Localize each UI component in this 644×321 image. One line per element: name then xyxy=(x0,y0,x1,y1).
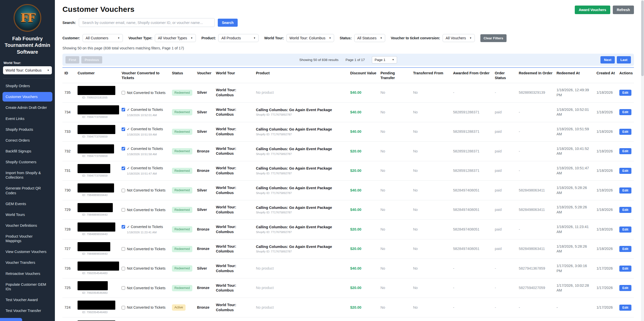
converted-checkbox[interactable] xyxy=(122,247,125,251)
vouchers-table: IDCustomerVoucher Converted to TicketsSt… xyxy=(62,68,634,321)
edit-button[interactable]: Edit xyxy=(619,129,631,135)
sidebar-item[interactable]: Correct Orders xyxy=(3,136,52,145)
first-page-button[interactable]: First xyxy=(65,56,79,63)
sidebar-item[interactable]: Backfill Signups xyxy=(3,146,52,156)
converted-row: Not Converted to Tickets xyxy=(122,266,168,271)
edit-button[interactable]: Edit xyxy=(619,227,631,233)
edit-button[interactable]: Edit xyxy=(619,246,631,252)
edit-button[interactable]: Edit xyxy=(619,187,631,194)
order-status: paid xyxy=(493,122,517,142)
column-header: World Tour xyxy=(214,68,254,83)
filter-label: Status: xyxy=(340,36,351,40)
converted-row: ✓ Converted to Tickets xyxy=(122,107,168,112)
converted-label: Not Converted to Tickets xyxy=(127,90,165,95)
order-status: paid xyxy=(493,220,517,239)
filter-select[interactable]: All Customers▼ xyxy=(83,34,123,42)
edit-button[interactable]: Edit xyxy=(619,266,631,272)
edit-button[interactable]: Edit xyxy=(619,305,631,311)
converted-checkbox[interactable] xyxy=(122,208,125,212)
filter-select[interactable]: All Statuses▼ xyxy=(354,34,385,42)
edit-button[interactable]: Edit xyxy=(619,168,631,174)
product-name: Calling Columbus: Go Again Event Package xyxy=(256,225,346,230)
filter-select[interactable]: All Vouchers▼ xyxy=(443,34,475,42)
sidebar-item[interactable]: Create Admin Draft Order xyxy=(3,103,52,112)
filter-select[interactable]: All Voucher Types▼ xyxy=(155,34,196,42)
filter-select[interactable]: World Tour: Columbus▼ xyxy=(287,34,334,42)
table-row: 733 ID: 7994773700659 ✓ Converted to Tic… xyxy=(62,122,634,142)
next-page-button[interactable]: Next xyxy=(600,56,615,63)
converted-checkbox[interactable] xyxy=(122,127,125,131)
sidebar-item[interactable]: Product Voucher Mappings xyxy=(3,232,52,246)
redeemed-at: 1/18/2026, 5:28:26 AM xyxy=(554,239,594,259)
previous-page-button[interactable]: Previous xyxy=(81,56,102,63)
sidebar-item[interactable]: Test Voucher Award xyxy=(3,295,52,305)
converted-row: Not Converted to Tickets xyxy=(122,188,168,193)
refresh-button[interactable]: Refresh xyxy=(613,6,634,14)
search-input[interactable] xyxy=(79,18,215,27)
converted-label: ✓ Converted to Tickets xyxy=(127,107,163,112)
edit-button[interactable]: Edit xyxy=(619,109,631,115)
sidebar-item[interactable]: GEM Events xyxy=(3,199,52,209)
pending-transfer: No xyxy=(378,239,411,259)
voucher-type: Bronze xyxy=(195,220,214,239)
converted-label: Not Converted to Tickets xyxy=(127,305,165,310)
converted-checkbox[interactable] xyxy=(122,147,125,150)
column-header: Product xyxy=(254,68,348,83)
clear-filters-button[interactable]: Clear Filters xyxy=(480,34,507,42)
vertical-scrollbar[interactable] xyxy=(641,0,644,321)
sidebar-item[interactable]: Voucher Transfers xyxy=(3,258,52,267)
world-tour-select[interactable]: World Tour: Columbus ▼ xyxy=(3,66,52,74)
sidebar-item[interactable]: Import from Shopify & Collections xyxy=(3,168,52,182)
sidebar-item[interactable]: Customer Vouchers xyxy=(3,92,52,102)
status-badge: Redeemed xyxy=(172,265,192,272)
filter-select[interactable]: All Products▼ xyxy=(218,34,259,42)
sidebar-item[interactable]: Shopify Products xyxy=(3,125,52,134)
status-badge: Redeemed xyxy=(172,90,192,96)
award-vouchers-button[interactable]: Award Vouchers xyxy=(575,6,610,14)
edit-button[interactable]: Edit xyxy=(619,207,631,213)
table-row: 725 ID: 7992054546483 Not Converted to T… xyxy=(62,278,634,298)
customer-shopify-id: ID: 7995020181555 xyxy=(78,96,118,100)
converted-checkbox[interactable] xyxy=(122,286,125,290)
discount-value: $20.00 xyxy=(350,247,361,251)
world-tour-cell: World Tour: Columbus xyxy=(216,166,244,176)
sidebar-item[interactable]: Populate Customer GEM IDs xyxy=(3,280,52,294)
pending-transfer: No xyxy=(378,200,411,220)
last-page-button[interactable]: Last xyxy=(617,56,631,63)
sidebar-item[interactable]: Event Links xyxy=(3,114,52,123)
edit-button[interactable]: Edit xyxy=(619,148,631,154)
sidebar-item[interactable]: Shopify Customers xyxy=(3,157,52,167)
scrollbar-thumb[interactable] xyxy=(641,1,644,76)
converted-checkbox[interactable] xyxy=(122,267,125,270)
search-label: Search: xyxy=(62,21,76,25)
sidebar-item[interactable]: Test Voucher Transfer xyxy=(3,306,52,315)
table-row: 735 ID: 7995020181555 Not Converted to T… xyxy=(62,83,634,103)
table-row: 732 ID: 7994773700659 ✓ Converted to Tic… xyxy=(62,142,634,161)
search-button[interactable]: Search xyxy=(218,19,238,27)
transferred-from: No xyxy=(411,122,451,142)
sidebar-item[interactable]: World Tours xyxy=(3,210,52,219)
redeemed-in-order: 5827594027059 xyxy=(517,278,555,298)
edit-button[interactable]: Edit xyxy=(619,90,631,96)
edit-button[interactable]: Edit xyxy=(619,285,631,291)
converted-checkbox[interactable] xyxy=(122,108,125,111)
sidebar-item[interactable]: Voucher Definitions xyxy=(3,221,52,230)
sidebar-item[interactable]: Generate Product QR Codes xyxy=(3,183,52,198)
page-select[interactable]: Page 1 ▼ xyxy=(372,56,397,63)
voucher-table-head-row: IDCustomerVoucher Converted to TicketsSt… xyxy=(62,68,634,83)
filter-select-value: World Tour: Columbus xyxy=(290,36,326,40)
converted-checkbox[interactable] xyxy=(122,306,125,309)
table-row: 729 ID: 7984889659443 Not Converted to T… xyxy=(62,200,634,220)
converted-checkbox[interactable] xyxy=(122,167,125,170)
converted-checkbox[interactable] xyxy=(122,225,125,229)
customer-shopify-id: ID: 7992054546483 xyxy=(78,271,118,275)
sidebar-item[interactable]: Retroactive Vouchers xyxy=(3,269,52,278)
redeemed-in-order: 5828498063411 xyxy=(517,200,555,220)
sidebar-item[interactable]: View Customer Vouchers xyxy=(3,247,52,256)
awarded-from-order: - xyxy=(451,298,493,317)
column-header: Created At xyxy=(594,68,617,83)
converted-checkbox[interactable] xyxy=(122,189,125,192)
sidebar-item[interactable]: Shopify Orders xyxy=(3,81,52,91)
pending-transfer: No xyxy=(378,122,411,142)
converted-checkbox[interactable] xyxy=(122,91,125,94)
